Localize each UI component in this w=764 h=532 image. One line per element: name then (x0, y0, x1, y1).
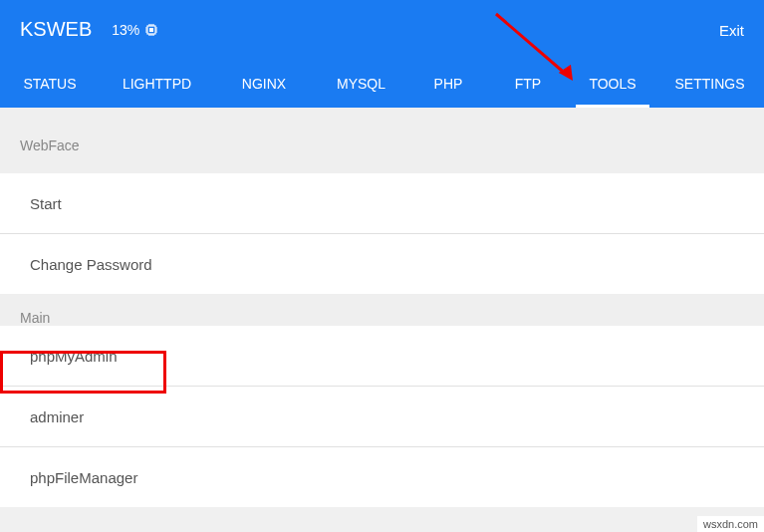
list-item-label: adminer (30, 408, 84, 425)
tab-mysql[interactable]: MYSQL (314, 60, 408, 108)
battery-percent: 13% (112, 22, 139, 38)
svg-rect-1 (149, 28, 153, 32)
top-bar: KSWEB 13% (0, 0, 764, 60)
list-item-adminer[interactable]: adminer (0, 387, 764, 446)
tab-ftp[interactable]: FTP (488, 60, 568, 108)
list-main: phpMyAdmin adminer phpFileManager (0, 326, 764, 507)
section-label-main: Main (0, 310, 764, 326)
chip-icon (143, 22, 159, 38)
list-item-label: Change Password (30, 256, 152, 273)
section-label-webface: WebFace (0, 137, 764, 153)
watermark: wsxdn.com (697, 516, 764, 532)
list-item-label: phpFileManager (30, 469, 137, 486)
tab-status[interactable]: STATUS (0, 60, 100, 108)
list-item-phpmyadmin[interactable]: phpMyAdmin (0, 326, 764, 386)
list-item-label: phpMyAdmin (30, 348, 118, 365)
tab-lighttpd[interactable]: LIGHTTPD (100, 60, 214, 108)
list-item-change-password[interactable]: Change Password (0, 234, 764, 294)
app-title: KSWEB (20, 18, 92, 41)
list-webface: Start Change Password (0, 173, 764, 294)
tab-tools[interactable]: TOOLS (568, 60, 657, 108)
exit-button[interactable]: Exit (719, 22, 744, 39)
tab-php[interactable]: PHP (408, 60, 488, 108)
tab-nginx[interactable]: NGINX (214, 60, 314, 108)
tab-settings[interactable]: SETTINGS (657, 60, 762, 108)
list-item-start[interactable]: Start (0, 173, 764, 233)
list-item-label: Start (30, 195, 62, 212)
tab-bar: STATUS LIGHTTPD NGINX MYSQL PHP FTP TOOL… (0, 60, 764, 108)
content-area: WebFace Start Change Password Main phpMy… (0, 108, 764, 507)
app-header: KSWEB 13% (0, 0, 764, 108)
list-item-phpfilemanager[interactable]: phpFileManager (0, 447, 764, 507)
status-indicator: 13% (112, 22, 159, 38)
